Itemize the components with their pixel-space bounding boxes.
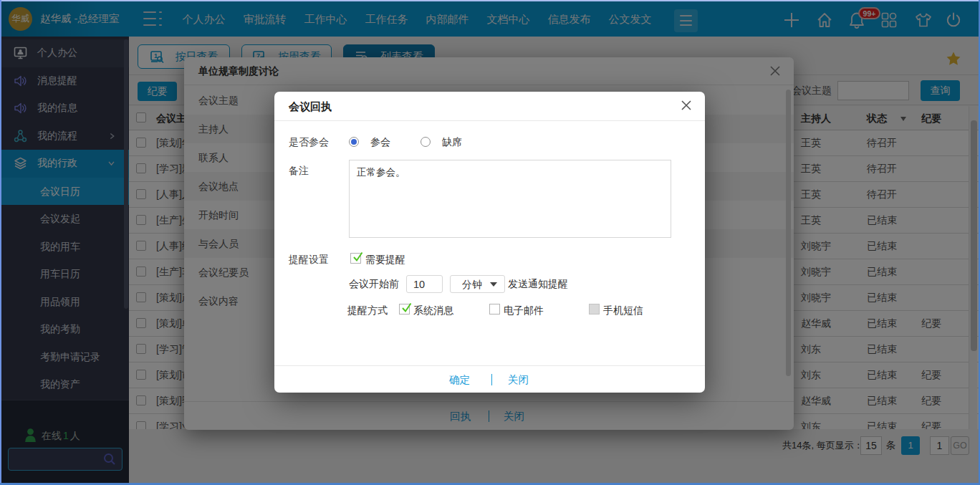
absent-radio[interactable] xyxy=(421,137,431,147)
receipt-dialog: 会议回执 是否参会 参会 缺席 备注 提醒设置 需要提醒 会议开始前 分钟 xyxy=(274,92,705,393)
absent-option-label: 缺席 xyxy=(442,136,462,149)
attend-option-label: 参会 xyxy=(370,136,390,149)
before-suffix: 发送通知提醒 xyxy=(508,278,568,291)
select-caret-icon xyxy=(490,282,497,287)
app-screen: 华威 赵华威 -总经理室 个人办公审批流转工作中心工作任务内部邮件文档中心信息发… xyxy=(0,0,980,485)
remind-before-row: 会议开始前 分钟 发送通知提醒 xyxy=(274,275,705,294)
attend-row: 是否参会 参会 缺席 xyxy=(274,135,705,149)
receipt-dialog-header: 会议回执 xyxy=(274,92,705,121)
before-minutes-input[interactable] xyxy=(406,275,443,293)
need-remind-label: 需要提醒 xyxy=(365,254,405,266)
remind-way-row: 提醒方式 系统消息 电子邮件 手机短信 xyxy=(274,303,705,317)
time-unit-select[interactable]: 分钟 xyxy=(450,275,505,293)
system-message-checkbox[interactable] xyxy=(399,304,410,314)
receipt-footer-separator xyxy=(491,374,492,385)
receipt-dialog-footer: 确定 关闭 xyxy=(274,365,705,393)
system-message-label: 系统消息 xyxy=(413,304,453,317)
time-unit-value: 分钟 xyxy=(462,276,482,293)
remind-settings-label: 提醒设置 xyxy=(289,254,329,266)
need-remind-checkbox[interactable] xyxy=(350,253,361,264)
remark-textarea[interactable] xyxy=(349,160,671,238)
ok-link[interactable]: 确定 xyxy=(449,366,470,393)
before-label: 会议开始前 xyxy=(349,278,399,291)
receipt-close-link[interactable]: 关闭 xyxy=(508,366,529,393)
attend-label: 是否参会 xyxy=(289,136,329,149)
receipt-dialog-title: 会议回执 xyxy=(289,92,332,121)
sms-label: 手机短信 xyxy=(603,304,643,317)
receipt-dialog-close-icon[interactable] xyxy=(679,98,693,112)
email-label: 电子邮件 xyxy=(504,304,544,317)
attend-radio[interactable] xyxy=(349,137,359,147)
remind-way-label: 提醒方式 xyxy=(347,304,388,317)
email-checkbox[interactable] xyxy=(489,304,500,314)
sms-checkbox[interactable] xyxy=(589,304,600,314)
remark-label: 备注 xyxy=(289,165,309,178)
